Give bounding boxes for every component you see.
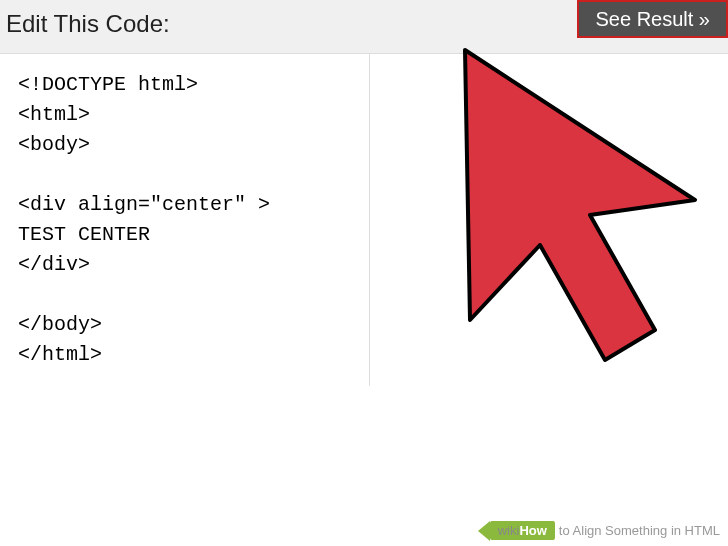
- edit-title: Edit This Code:: [0, 0, 176, 48]
- how-label: How: [519, 523, 546, 538]
- see-result-button[interactable]: See Result »: [577, 0, 728, 38]
- header-bar: Edit This Code: See Result »: [0, 0, 728, 54]
- code-editor[interactable]: <!DOCTYPE html> <html> <body> <div align…: [0, 54, 370, 386]
- watermark-title: to Align Something in HTML: [559, 523, 720, 538]
- cursor-arrow-illustration: [395, 20, 715, 400]
- watermark: wikiHow to Align Something in HTML: [490, 521, 720, 540]
- wikihow-badge: wikiHow: [490, 521, 555, 540]
- wiki-label: wiki: [498, 523, 520, 538]
